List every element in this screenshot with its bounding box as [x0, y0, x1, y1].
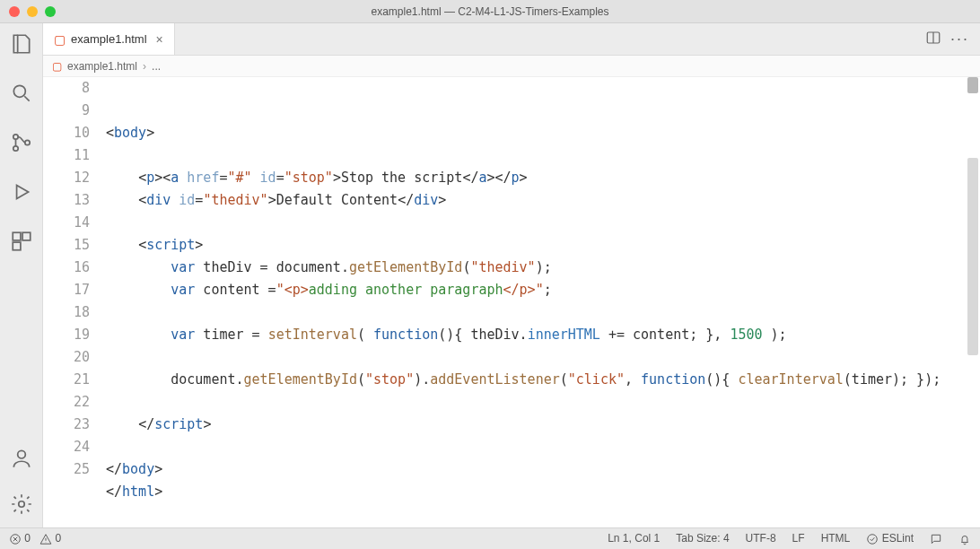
svg-point-2 — [13, 146, 17, 151]
eol[interactable]: LF — [792, 532, 805, 545]
code-lines[interactable]: <body> <p><a href="#" id="stop">Stop the… — [106, 77, 980, 527]
status-bar: 0 0 Ln 1, Col 1 Tab Size: 4 UTF-8 LF HTM… — [0, 527, 980, 549]
html5-icon: ▢ — [52, 60, 62, 73]
tab-example1[interactable]: ▢ example1.html × — [43, 23, 175, 55]
more-actions-icon[interactable]: ··· — [950, 30, 969, 48]
editor-group: ▢ example1.html × ··· ▢ example1.html › … — [43, 23, 980, 527]
tab-size[interactable]: Tab Size: 4 — [676, 532, 729, 545]
scrollbar-track[interactable] — [967, 77, 978, 527]
svg-rect-5 — [22, 232, 31, 240]
svg-point-3 — [24, 140, 29, 144]
source-control-icon[interactable] — [10, 131, 33, 157]
svg-point-1 — [13, 135, 17, 139]
feedback-icon[interactable] — [930, 532, 942, 545]
breadcrumb-more[interactable]: ... — [152, 60, 161, 73]
search-icon[interactable] — [10, 82, 33, 108]
window-title: example1.html — C2-M4-L1-JS-Timers-Examp… — [0, 5, 980, 18]
svg-point-11 — [868, 535, 878, 545]
explorer-icon[interactable] — [10, 32, 33, 58]
run-debug-icon[interactable] — [10, 180, 33, 206]
tab-label: example1.html — [71, 32, 147, 46]
problems-warnings[interactable]: 0 — [39, 532, 61, 545]
account-icon[interactable] — [10, 447, 33, 473]
notifications-icon[interactable] — [958, 532, 971, 545]
svg-point-8 — [18, 501, 24, 508]
split-editor-icon[interactable] — [925, 30, 941, 48]
tab-close-icon[interactable]: × — [156, 32, 163, 47]
tabs-row: ▢ example1.html × ··· — [43, 23, 980, 56]
encoding[interactable]: UTF-8 — [746, 532, 776, 545]
chevron-right-icon: › — [143, 60, 146, 73]
scrollbar-thumb[interactable] — [967, 158, 978, 355]
main: ▢ example1.html × ··· ▢ example1.html › … — [0, 23, 980, 527]
problems-errors[interactable]: 0 — [9, 532, 31, 545]
svg-rect-6 — [13, 242, 21, 250]
html5-icon: ▢ — [54, 32, 66, 47]
editor-actions: ··· — [925, 23, 980, 55]
line-number-gutter: 8910111213141516171819202122232425 — [43, 77, 106, 527]
eslint-status[interactable]: ESLint — [866, 532, 914, 545]
titlebar: example1.html — C2-M4-L1-JS-Timers-Examp… — [0, 0, 980, 23]
minimap-marker — [967, 77, 978, 93]
language-mode[interactable]: HTML — [821, 532, 851, 545]
svg-rect-4 — [13, 232, 21, 240]
breadcrumb[interactable]: ▢ example1.html › ... — [43, 56, 980, 77]
svg-point-0 — [13, 85, 25, 97]
settings-gear-icon[interactable] — [10, 492, 33, 518]
cursor-position[interactable]: Ln 1, Col 1 — [608, 532, 660, 545]
code-editor[interactable]: 8910111213141516171819202122232425 <body… — [43, 77, 980, 527]
svg-point-7 — [17, 450, 25, 458]
activity-bar — [0, 23, 43, 527]
breadcrumb-file[interactable]: example1.html — [67, 60, 137, 73]
extensions-icon[interactable] — [10, 230, 33, 256]
